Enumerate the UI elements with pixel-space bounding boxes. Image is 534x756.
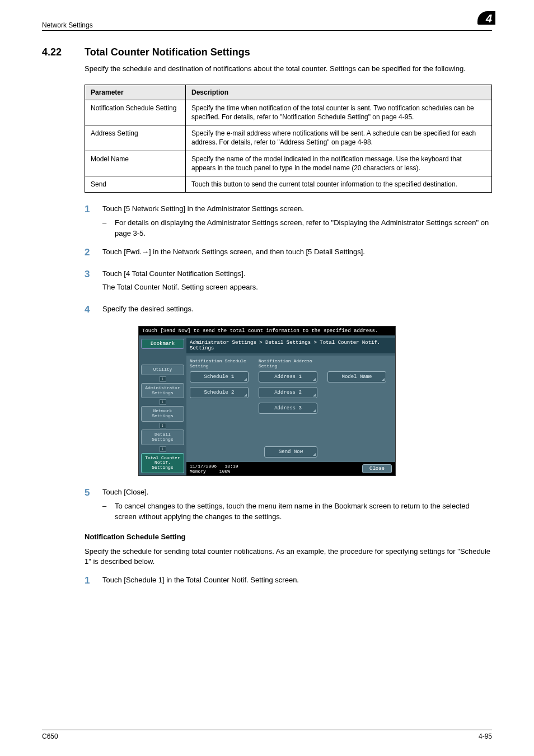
param-cell: Model Name	[85, 151, 186, 176]
section-number: 4.22	[42, 46, 74, 58]
step: 2 Touch [Fwd.→] in the Network Settings …	[85, 247, 492, 261]
subsection-intro: Specify the schedule for sending total c…	[85, 547, 492, 568]
bookmark-button[interactable]: Bookmark	[141, 339, 184, 349]
th-description: Description	[186, 85, 492, 100]
schedule-1-button[interactable]: Schedule 1	[190, 371, 249, 382]
nav-total-counter[interactable]: Total Counter Notif. Settings	[141, 453, 184, 473]
nav-network-settings[interactable]: Network Settings	[141, 406, 184, 422]
step-number: 1	[85, 204, 95, 239]
step: 3 Touch [4 Total Counter Notification Se…	[85, 269, 492, 297]
table-row: Model Name Specify the name of the model…	[85, 151, 492, 176]
chapter-badge: 4	[475, 17, 492, 29]
desc-cell: Touch this button to send the current to…	[186, 176, 492, 192]
page-footer: C650 4-95	[42, 730, 492, 740]
address-3-button[interactable]: Address 3	[259, 403, 317, 414]
sub-bullet: – To cancel changes to the settings, tou…	[102, 501, 492, 522]
footer-model: C650	[42, 732, 58, 740]
subsection-heading: Notification Schedule Setting	[85, 533, 492, 541]
nav-utility[interactable]: Utility	[141, 365, 184, 375]
header-section: Network Settings	[42, 21, 93, 29]
touch-panel-screenshot: Touch [Send Now] to send the total count…	[138, 326, 396, 476]
desc-cell: Specify the time when notification of th…	[186, 100, 492, 125]
nav-admin-settings[interactable]: Administrator Settings	[141, 383, 184, 399]
sub-bullet: – For details on displaying the Administ…	[102, 218, 492, 239]
step-number: 2	[85, 247, 95, 261]
section-intro: Specify the schedule and destination of …	[85, 64, 492, 74]
sub-bullet-text: For details on displaying the Administra…	[115, 218, 492, 239]
section-heading: 4.22 Total Counter Notification Settings	[42, 46, 492, 58]
step-text: Touch [Close].	[102, 487, 492, 498]
param-cell: Address Setting	[85, 125, 186, 151]
model-name-button[interactable]: Model Name	[327, 371, 386, 382]
table-row: Send Touch this button to send the curre…	[85, 176, 492, 192]
section-title: Total Counter Notification Settings	[85, 46, 492, 58]
parameter-table: Parameter Description Notification Sched…	[85, 85, 492, 193]
down-arrow-icon: ↓	[160, 423, 166, 428]
step-text: Touch [4 Total Counter Notification Sett…	[102, 269, 492, 279]
param-cell: Send	[85, 176, 186, 192]
desc-cell: Specify the e-mail address where notific…	[186, 125, 492, 151]
address-1-button[interactable]: Address 1	[259, 371, 317, 382]
step-text: The Total Counter Notif. Setting screen …	[102, 282, 492, 293]
page-header: Network Settings 4	[42, 17, 492, 31]
step: 5 Touch [Close]. – To cancel changes to …	[85, 487, 492, 522]
panel-status: 11/17/2006 18:19 Memory 100%	[190, 464, 238, 474]
send-now-button[interactable]: Send Now	[264, 446, 317, 458]
down-arrow-icon: ↓	[160, 399, 166, 405]
desc-cell: Specify the name of the model indicated …	[186, 151, 492, 176]
close-button[interactable]: Close	[362, 464, 392, 473]
nav-detail-settings[interactable]: Detail Settings	[141, 430, 184, 445]
step-text: Touch [Schedule 1] in the Total Counter …	[102, 575, 492, 586]
step-number: 3	[85, 269, 95, 297]
param-cell: Notification Schedule Setting	[85, 100, 186, 125]
schedule-2-button[interactable]: Schedule 2	[190, 387, 249, 398]
step-number: 4	[85, 304, 95, 318]
table-row: Notification Schedule Setting Specify th…	[85, 100, 492, 125]
column-header-schedule: Notification Schedule Setting	[190, 359, 249, 369]
down-arrow-icon: ↓	[160, 446, 166, 452]
panel-breadcrumb: Administrator Settings > Detail Settings…	[186, 338, 395, 353]
th-parameter: Parameter	[85, 85, 186, 100]
down-arrow-icon: ↓	[160, 376, 166, 382]
panel-instruction: Touch [Send Now] to send the total count…	[139, 326, 395, 335]
step: 1 Touch [Schedule 1] in the Total Counte…	[85, 575, 492, 589]
sub-bullet-text: To cancel changes to the settings, touch…	[115, 501, 492, 522]
step-text: Touch [Fwd.→] in the Network Settings sc…	[102, 247, 492, 258]
address-2-button[interactable]: Address 2	[259, 387, 317, 398]
step-text: Touch [5 Network Setting] in the Adminis…	[102, 204, 492, 214]
step: 4 Specify the desired settings.	[85, 304, 492, 318]
column-header-address: Notification Address Setting	[259, 359, 317, 369]
step-text: Specify the desired settings.	[102, 304, 492, 315]
table-row: Address Setting Specify the e-mail addre…	[85, 125, 492, 151]
footer-page: 4-95	[479, 732, 492, 740]
step: 1 Touch [5 Network Setting] in the Admin…	[85, 204, 492, 239]
step-number: 1	[85, 575, 95, 589]
step-number: 5	[85, 487, 95, 522]
chapter-number: 4	[486, 12, 492, 25]
